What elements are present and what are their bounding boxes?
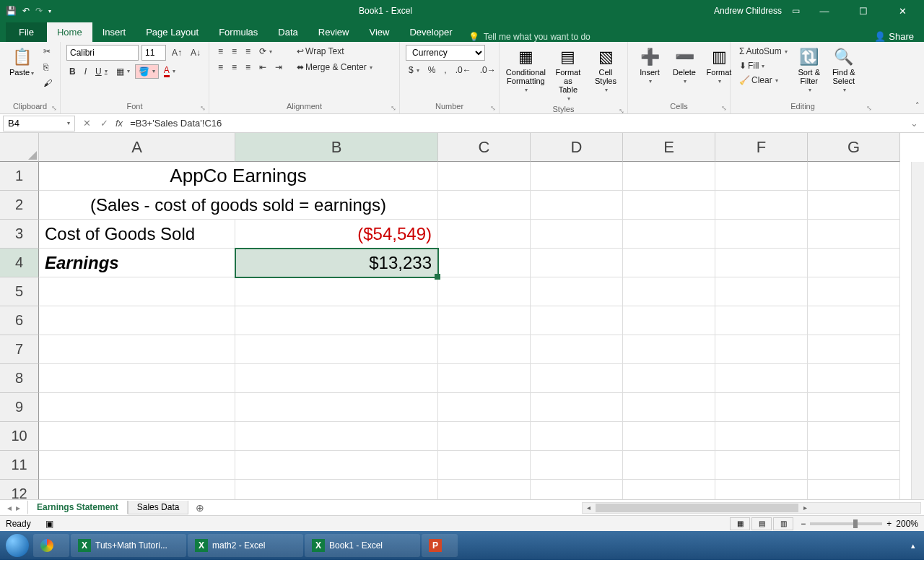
cell-B3[interactable]: ($54,549) xyxy=(235,220,438,249)
tab-page-layout[interactable]: Page Layout xyxy=(136,22,209,42)
cell-F1[interactable] xyxy=(715,162,808,191)
fx-icon[interactable]: fx xyxy=(113,118,126,129)
row-header-9[interactable]: 9 xyxy=(0,393,39,422)
cell-F9[interactable] xyxy=(715,393,808,422)
row-header-3[interactable]: 3 xyxy=(0,220,39,249)
number-format-selector[interactable]: Currency xyxy=(406,45,485,61)
conditional-formatting-button[interactable]: ▦ Conditional Formatting xyxy=(505,45,546,96)
cell-B9[interactable] xyxy=(235,393,438,422)
cell-E7[interactable] xyxy=(623,335,715,364)
tab-formulas[interactable]: Formulas xyxy=(209,22,268,42)
cell-A10[interactable] xyxy=(39,422,235,451)
cell-C5[interactable] xyxy=(438,277,531,306)
cell-C1[interactable] xyxy=(438,162,531,191)
formula-input[interactable]: =B3+'Sales Data'!C16 xyxy=(126,118,905,129)
fill-button[interactable]: ⬇ Fill xyxy=(736,59,790,72)
decrease-decimal-button[interactable]: .0→ xyxy=(477,64,499,77)
cell-G6[interactable] xyxy=(808,306,900,335)
cell-F11[interactable] xyxy=(715,451,808,480)
share-button[interactable]: 👤 Share xyxy=(874,31,914,42)
cell-E4[interactable] xyxy=(623,249,715,277)
wrap-text-button[interactable]: ↩ Wrap Text xyxy=(294,45,375,58)
cell-A4[interactable]: Earnings xyxy=(39,249,235,277)
cell-F3[interactable] xyxy=(715,220,808,249)
undo-icon[interactable]: ↶ xyxy=(22,6,30,16)
horizontal-scrollbar[interactable]: ◂ ▸ xyxy=(582,502,921,514)
normal-view-button[interactable]: ▦ xyxy=(730,517,750,530)
column-header-A[interactable]: A xyxy=(39,133,235,162)
cell-G3[interactable] xyxy=(808,220,900,249)
cell-D2[interactable] xyxy=(531,191,623,220)
cell-D10[interactable] xyxy=(531,422,623,451)
minimize-button[interactable]: — xyxy=(810,6,839,17)
cell-C10[interactable] xyxy=(438,422,531,451)
row-header-2[interactable]: 2 xyxy=(0,191,39,220)
cell-E1[interactable] xyxy=(623,162,715,191)
cell-C2[interactable] xyxy=(438,191,531,220)
cell-D6[interactable] xyxy=(531,306,623,335)
align-top-button[interactable]: ≡ xyxy=(215,45,226,58)
taskbar-powerpoint[interactable]: P xyxy=(422,534,458,557)
row-header-8[interactable]: 8 xyxy=(0,364,39,393)
borders-button[interactable]: ▦ xyxy=(113,65,133,78)
collapse-ribbon-icon[interactable]: ˄ xyxy=(915,101,920,111)
tab-review[interactable]: Review xyxy=(308,22,359,42)
align-bottom-button[interactable]: ≡ xyxy=(243,45,253,58)
cell-B8[interactable] xyxy=(235,364,438,393)
cell-B7[interactable] xyxy=(235,335,438,364)
cell-A2[interactable]: (Sales - cost of goods sold = earnings) xyxy=(39,191,438,220)
cell-F4[interactable] xyxy=(715,249,808,277)
sort-filter-button[interactable]: 🔃 Sort & Filter xyxy=(793,45,825,96)
hscroll-left[interactable]: ◂ xyxy=(583,504,594,512)
tab-file[interactable]: File xyxy=(6,22,47,42)
cell-E11[interactable] xyxy=(623,451,715,480)
cell-A9[interactable] xyxy=(39,393,235,422)
cell-F8[interactable] xyxy=(715,364,808,393)
cell-E6[interactable] xyxy=(623,306,715,335)
cell-E12[interactable] xyxy=(623,480,715,499)
align-center-button[interactable]: ≡ xyxy=(229,61,240,74)
outdent-button[interactable]: ⇤ xyxy=(256,61,269,74)
sheet-tab-earnings[interactable]: Earnings Statement xyxy=(27,501,128,514)
name-box[interactable]: B4 xyxy=(3,116,75,131)
cell-A3[interactable]: Cost of Goods Sold xyxy=(39,220,235,249)
clear-button[interactable]: 🧹 Clear xyxy=(736,74,790,87)
cell-G1[interactable] xyxy=(808,162,900,191)
cell-E8[interactable] xyxy=(623,364,715,393)
column-header-C[interactable]: C xyxy=(438,133,531,162)
tab-developer[interactable]: Developer xyxy=(399,22,462,42)
cell-C7[interactable] xyxy=(438,335,531,364)
font-name-selector[interactable] xyxy=(66,45,139,61)
cell-styles-button[interactable]: ▧ Cell Styles xyxy=(590,45,622,96)
row-header-12[interactable]: 12 xyxy=(0,480,39,499)
row-header-1[interactable]: 1 xyxy=(0,162,39,191)
cell-F7[interactable] xyxy=(715,335,808,364)
expand-formula-bar-icon[interactable]: ⌄ xyxy=(905,118,924,129)
cell-A7[interactable] xyxy=(39,335,235,364)
macro-record-icon[interactable]: ▣ xyxy=(45,519,53,529)
format-table-button[interactable]: ▤ Format as Table xyxy=(549,45,587,105)
cell-B10[interactable] xyxy=(235,422,438,451)
maximize-button[interactable]: ☐ xyxy=(849,6,878,17)
tab-data[interactable]: Data xyxy=(268,22,308,42)
cell-C11[interactable] xyxy=(438,451,531,480)
taskbar-book1[interactable]: X Book1 - Excel xyxy=(305,534,420,557)
indent-button[interactable]: ⇥ xyxy=(272,61,285,74)
cell-D5[interactable] xyxy=(531,277,623,306)
cell-C6[interactable] xyxy=(438,306,531,335)
cell-F5[interactable] xyxy=(715,277,808,306)
cell-C3[interactable] xyxy=(438,220,531,249)
cell-D8[interactable] xyxy=(531,364,623,393)
cell-A6[interactable] xyxy=(39,306,235,335)
sheet-nav-next[interactable]: ▸ xyxy=(16,503,20,513)
cell-A11[interactable] xyxy=(39,451,235,480)
cell-G5[interactable] xyxy=(808,277,900,306)
cell-D9[interactable] xyxy=(531,393,623,422)
cell-B6[interactable] xyxy=(235,306,438,335)
cut-button[interactable]: ✂ xyxy=(40,45,55,58)
cell-B12[interactable] xyxy=(235,480,438,499)
cell-G11[interactable] xyxy=(808,451,900,480)
cell-G8[interactable] xyxy=(808,364,900,393)
tab-view[interactable]: View xyxy=(359,22,399,42)
sheet-tab-sales-data[interactable]: Sales Data xyxy=(128,501,189,514)
